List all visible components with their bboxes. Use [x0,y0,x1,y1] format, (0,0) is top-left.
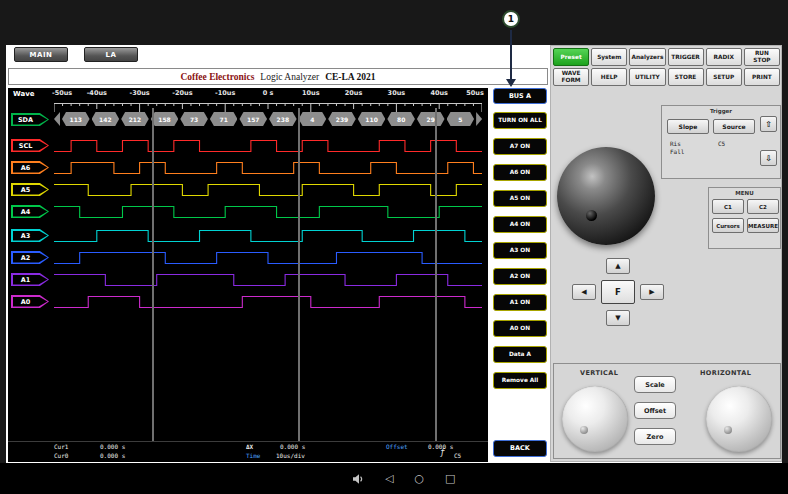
back-button[interactable]: BACK [493,440,547,457]
channel-label-text: A3 [11,229,40,242]
channel-label-text: A2 [11,251,40,264]
volume-icon[interactable] [352,473,364,485]
time-tick-label: -40us [87,89,107,97]
knob-indicator-dot [724,426,732,434]
channel-label-a5[interactable]: A5 [11,183,49,196]
panel-button-analyzers[interactable]: Analyzers [629,48,665,66]
channel-label-a1[interactable]: A1 [11,273,49,286]
trigger-down-button[interactable]: ⇩ [760,150,777,166]
channel-label-a0[interactable]: A0 [11,295,49,308]
channel-label-sda[interactable]: SDA [11,113,49,126]
bus-close-cap-icon [476,112,482,126]
panel-button-system[interactable]: System [591,48,627,66]
menu-button-measure[interactable]: MEASURE [747,218,779,233]
panel-button-trigger[interactable]: TRIGGER [668,48,704,66]
panel-button-wave-form[interactable]: WAVE FORM [553,68,589,86]
vertical-knob[interactable] [562,386,628,452]
offset-label: Offset [386,443,408,451]
up-arrow-icon: ⇧ [765,120,772,129]
slope-button[interactable]: Slope [667,119,709,134]
panel-button-help[interactable]: HELP [591,68,627,86]
channel-row-a3: A3 [8,228,488,244]
panel-button-preset[interactable]: Preset [553,48,589,66]
panel-button-setup[interactable]: SETUP [706,68,742,86]
channel-row-a4: A4 [8,204,488,220]
bus-value: 71 [210,112,238,126]
home-icon[interactable]: ○ [414,473,424,484]
bus-panel-title: BUS A [493,88,547,104]
dpad-down-button[interactable]: ▼ [606,310,630,326]
bus-button-a4-on[interactable]: A4 ON [493,216,547,233]
bus-button-turn-on-all[interactable]: TURN ON ALL [493,112,547,129]
channel-label-a6[interactable]: A6 [11,161,49,174]
dpad: ▲ ◀ F ▶ ▼ [572,258,664,326]
bus-button-a7-on[interactable]: A7 ON [493,138,547,155]
channel-row-a5: A5 [8,182,488,198]
trigger-up-button[interactable]: ⇧ [760,116,777,132]
bus-button-remove-all[interactable]: Remove All [493,372,547,389]
channel-label-scl[interactable]: SCL [11,139,49,152]
bus-value: 157 [239,112,267,126]
panel-button-radix[interactable]: RADIX [706,48,742,66]
dpad-left-button[interactable]: ◀ [572,284,596,300]
channel-label-a2[interactable]: A2 [11,251,49,264]
time-tick-label: -20us [172,89,192,97]
time-tick-label: -50us [52,89,72,97]
panel-button-store[interactable]: STORE [668,68,704,86]
bus-value: 73 [180,112,208,126]
bus-value: 238 [269,112,297,126]
menu-button-c1[interactable]: C1 [712,199,744,214]
channel-label-a4[interactable]: A4 [11,205,49,218]
titlebar: Coffee Electronics Logic Analyzer CE-LA … [8,68,548,85]
cursor-line[interactable] [298,108,300,441]
horizontal-knob[interactable] [706,386,772,452]
trigger-edge-icon: ƒ [440,449,445,457]
channel-row-a0: A0 [8,294,488,310]
waveform-a6 [54,160,482,176]
source-button[interactable]: Source [713,119,755,134]
menu-button-cursors[interactable]: Cursors [712,218,744,233]
bus-button-a6-on[interactable]: A6 ON [493,164,547,181]
cursor-line[interactable] [152,108,154,441]
cur1-value: 0.000 s [100,443,125,451]
callout-number: 1 [502,10,520,28]
waveform-a2 [54,250,482,266]
tab-main[interactable]: MAIN [14,47,68,62]
back-icon[interactable]: ◁ [385,473,393,484]
source-value: C5 [718,140,725,148]
down-triangle-icon: ▼ [615,314,620,322]
main-knob[interactable] [557,147,655,245]
dpad-up-button[interactable]: ▲ [606,258,630,274]
trigger-box-title: Trigger [662,108,780,114]
zero-button[interactable]: Zero [634,428,676,445]
menu-button-c2[interactable]: C2 [747,199,779,214]
bus-button-data-a[interactable]: Data A [493,346,547,363]
slope-value-line1: Ris [670,140,684,148]
waveform-display: Wave -50us-40us-30us-20us-10us0 s10us20u… [8,88,488,462]
tab-la[interactable]: LA [84,47,138,62]
panel-button-print[interactable]: PRINT [744,68,780,86]
bus-button-a5-on[interactable]: A5 ON [493,190,547,207]
panel-button-utility[interactable]: UTILITY [629,68,665,86]
knob-indicator-dot [580,426,588,434]
bus-button-a2-on[interactable]: A2 ON [493,268,547,285]
channel-row-a1: A1 [8,272,488,288]
offset-button[interactable]: Offset [634,402,676,419]
dpad-right-button[interactable]: ▶ [640,284,664,300]
channel-label-a3[interactable]: A3 [11,229,49,242]
scale-button[interactable]: Scale [634,376,676,393]
android-navbar: ◁○□ [0,463,788,494]
bus-value: 4 [299,112,327,126]
bus-value: 113 [62,112,90,126]
bus-button-a3-on[interactable]: A3 ON [493,242,547,259]
vertical-horizontal-box: VERTICAL HORIZONTAL ScaleOffsetZero [553,363,781,459]
left-triangle-icon: ◀ [581,288,586,296]
delta-x-label: ΔX [246,443,253,451]
panel-button-grid: PresetSystemAnalyzersTRIGGERRADIXRUN STO… [553,48,780,86]
recents-icon[interactable]: □ [445,473,455,484]
dpad-function-button[interactable]: F [601,280,635,304]
bus-button-a1-on[interactable]: A1 ON [493,294,547,311]
cursor-line[interactable] [435,108,437,441]
panel-button-run-stop[interactable]: RUN STOP [744,48,780,66]
bus-button-a0-on[interactable]: A0 ON [493,320,547,337]
